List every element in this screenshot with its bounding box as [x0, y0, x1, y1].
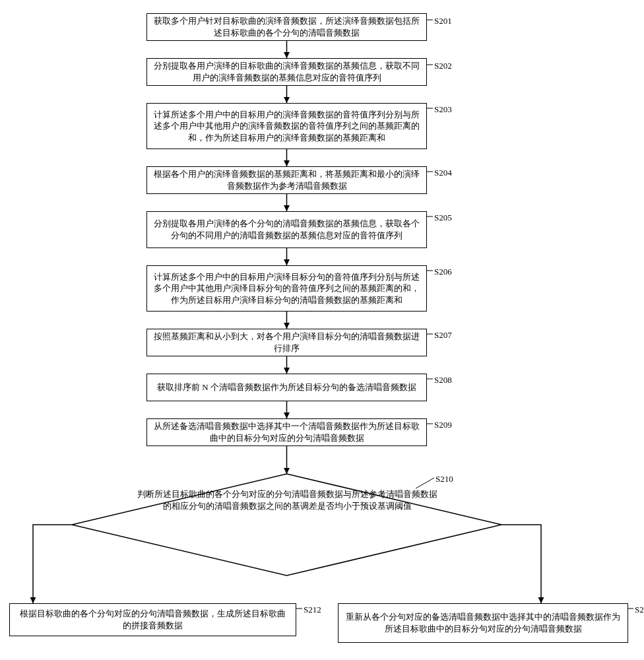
step-text: 分别提取各用户演绎的各个分句的清唱音频数据的基频信息，获取各个分句的不同用户的清…: [154, 218, 420, 241]
step-s212: 根据目标歌曲的各个分句对应的分句清唱音频数据，生成所述目标歌曲的拼接音频数据: [9, 603, 296, 636]
step-s205: 分别提取各用户演绎的各个分句的清唱音频数据的基频信息，获取各个分句的不同用户的清…: [146, 211, 427, 248]
step-text: 计算所述多个用户中的目标用户演绎目标分句的音符值序列分别与所述多个用户中其他用户…: [154, 271, 420, 306]
step-s203: 计算所述多个用户中的目标用户的演绎音频数据的音符值序列分别与所述多个用户中其他用…: [146, 103, 427, 149]
step-s207: 按照基频距离和从小到大，对各个用户演绎目标分句的清唱音频数据进行排序: [146, 329, 427, 356]
step-label-s201: S201: [434, 16, 452, 26]
step-label-s203: S203: [434, 104, 452, 115]
flowchart-canvas: 获取多个用户针对目标歌曲的演绎音频数据，所述演绎音频数据包括所述目标歌曲的各个分…: [0, 0, 644, 660]
step-text: 重新从各个分句对应的备选清唱音频数据中选择其中的清唱音频数据作为所述目标歌曲中的…: [345, 611, 621, 634]
step-label-s206: S206: [434, 267, 452, 277]
step-s202: 分别提取各用户演绎的目标歌曲的演绎音频数据的基频信息，获取不同用户的演绎音频数据…: [146, 58, 427, 86]
step-text: 根据目标歌曲的各个分句对应的分句清唱音频数据，生成所述目标歌曲的拼接音频数据: [16, 608, 289, 631]
step-s209: 从所述备选清唱音频数据中选择其中一个清唱音频数据作为所述目标歌曲中的目标分句对应…: [146, 418, 427, 446]
step-text: 获取多个用户针对目标歌曲的演绎音频数据，所述演绎音频数据包括所述目标歌曲的各个分…: [154, 15, 420, 38]
step-s201: 获取多个用户针对目标歌曲的演绎音频数据，所述演绎音频数据包括所述目标歌曲的各个分…: [146, 13, 427, 41]
step-text: 计算所述多个用户中的目标用户的演绎音频数据的音符值序列分别与所述多个用户中其他用…: [154, 109, 420, 144]
step-label-s204: S204: [434, 168, 452, 178]
step-text: 从所述备选清唱音频数据中选择其中一个清唱音频数据作为所述目标歌曲中的目标分句对应…: [154, 420, 420, 444]
step-label-s207: S207: [434, 330, 452, 341]
step-label-s208: S208: [434, 375, 452, 385]
step-label-s210: S210: [435, 474, 453, 484]
step-label-s211: S211: [635, 605, 644, 615]
step-label-s212: S212: [304, 605, 321, 615]
svg-marker-9: [72, 474, 501, 576]
step-s204: 根据各个用户的演绎音频数据的基频距离和，将基频距离和最小的演绎音频数据作为参考清…: [146, 166, 427, 194]
svg-line-19: [416, 478, 434, 488]
step-text: 按照基频距离和从小到大，对各个用户演绎目标分句的清唱音频数据进行排序: [154, 331, 420, 354]
step-s208: 获取排序前 N 个清唱音频数据作为所述目标分句的备选清唱音频数据: [146, 374, 427, 401]
step-text: 获取排序前 N 个清唱音频数据作为所述目标分句的备选清唱音频数据: [157, 381, 416, 393]
step-label-s202: S202: [434, 61, 452, 71]
step-s211: 重新从各个分句对应的备选清唱音频数据中选择其中的清唱音频数据作为所述目标歌曲中的…: [338, 603, 628, 643]
step-label-s209: S209: [434, 420, 452, 430]
step-text: 根据各个用户的演绎音频数据的基频距离和，将基频距离和最小的演绎音频数据作为参考清…: [154, 168, 420, 191]
step-text: 分别提取各用户演绎的目标歌曲的演绎音频数据的基频信息，获取不同用户的演绎音频数据…: [154, 60, 420, 83]
decision-text: 判断所述目标歌曲的各个分句对应的分句清唱音频数据与所述参考清唱音频数据的相应分句…: [135, 488, 439, 512]
step-s206: 计算所述多个用户中的目标用户演绎目标分句的音符值序列分别与所述多个用户中其他用户…: [146, 265, 427, 312]
step-label-s205: S205: [434, 213, 452, 223]
